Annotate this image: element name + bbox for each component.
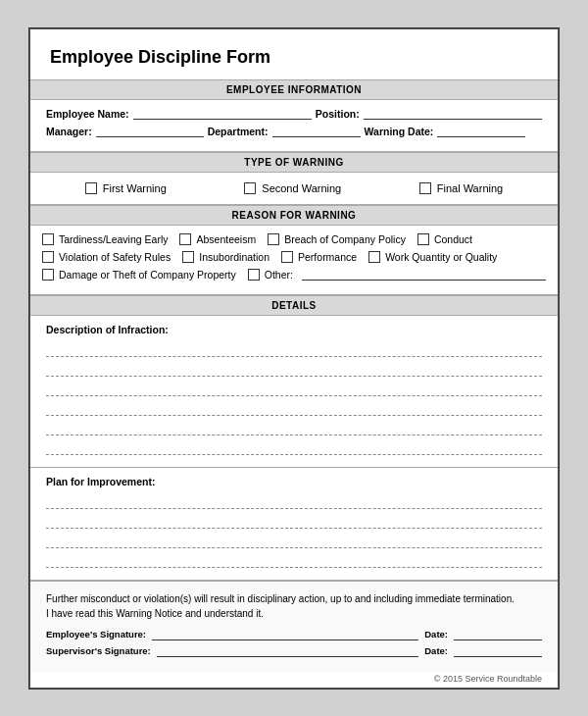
safety-item[interactable]: Violation of Safety Rules (42, 251, 171, 263)
performance-item[interactable]: Performance (281, 251, 357, 263)
employee-info-section: Employee Name: Position: Manager: Depart… (30, 100, 558, 152)
absenteeism-checkbox[interactable] (179, 233, 191, 245)
warning-options-row: First Warning Second Warning Final Warni… (30, 173, 558, 205)
employee-name-row: Employee Name: Position: (46, 108, 542, 120)
footer-text: Further misconduct or violation(s) will … (46, 591, 542, 621)
performance-checkbox[interactable] (281, 251, 293, 263)
description-label: Description of Infraction: (46, 324, 542, 335)
work-quantity-checkbox[interactable] (368, 251, 380, 263)
date-label-2: Date: (424, 645, 448, 656)
position-input[interactable] (364, 108, 542, 120)
second-warning-label: Second Warning (262, 182, 341, 194)
employee-sig-label: Employee's Signature: (46, 629, 146, 639)
reason-row-3: Damage or Theft of Company Property Othe… (42, 269, 546, 281)
employee-info-header: EMPLOYEE INFORMATION (30, 79, 558, 100)
final-warning-label: Final Warning (437, 182, 503, 194)
other-checkbox[interactable] (248, 269, 260, 281)
improvement-label: Plan for Improvement: (46, 476, 542, 487)
employee-sig-input[interactable] (152, 629, 418, 640)
insubordination-checkbox[interactable] (182, 251, 194, 263)
supervisor-sig-input[interactable] (157, 645, 418, 657)
form-page: Employee Discipline Form EMPLOYEE INFORM… (29, 28, 559, 689)
footer-line1: Further misconduct or violation(s) will … (46, 593, 514, 604)
tardiness-item[interactable]: Tardiness/Leaving Early (42, 233, 168, 245)
work-quantity-label: Work Quantity or Quality (385, 251, 497, 263)
breach-checkbox[interactable] (268, 233, 279, 245)
description-line-2[interactable] (46, 361, 542, 377)
other-item[interactable]: Other: (248, 269, 546, 281)
description-line-6[interactable] (46, 439, 542, 455)
breach-label: Breach of Company Policy (284, 233, 406, 245)
absenteeism-item[interactable]: Absenteeism (179, 233, 256, 245)
final-warning-option[interactable]: Final Warning (419, 182, 503, 194)
form-container: Employee Discipline Form EMPLOYEE INFORM… (28, 27, 560, 690)
damage-checkbox[interactable] (42, 269, 54, 281)
damage-item[interactable]: Damage or Theft of Company Property (42, 269, 236, 281)
breach-item[interactable]: Breach of Company Policy (268, 233, 406, 245)
improvement-line-1[interactable] (46, 493, 542, 509)
reason-section: Tardiness/Leaving Early Absenteeism Brea… (30, 226, 558, 295)
improvement-line-3[interactable] (46, 533, 542, 548)
employee-date-input[interactable] (454, 629, 542, 640)
damage-label: Damage or Theft of Company Property (59, 269, 236, 281)
improvement-line-4[interactable] (46, 552, 542, 568)
employee-name-input[interactable] (133, 108, 312, 120)
description-section: Description of Infraction: (30, 316, 558, 468)
description-line-4[interactable] (46, 400, 542, 416)
department-input[interactable] (272, 126, 361, 137)
employee-name-label: Employee Name: (46, 108, 129, 120)
details-header: DETAILS (30, 295, 558, 316)
improvement-line-2[interactable] (46, 513, 542, 529)
position-label: Position: (316, 108, 360, 120)
performance-label: Performance (298, 251, 357, 263)
form-title: Employee Discipline Form (30, 29, 558, 79)
insubordination-label: Insubordination (199, 251, 270, 263)
first-warning-option[interactable]: First Warning (85, 182, 167, 194)
employee-sig-row: Employee's Signature: Date: (46, 629, 542, 640)
supervisor-date-input[interactable] (454, 645, 542, 657)
second-warning-option[interactable]: Second Warning (244, 182, 341, 194)
absenteeism-label: Absenteeism (196, 233, 256, 245)
department-label: Department: (208, 126, 269, 137)
description-line-1[interactable] (46, 341, 542, 357)
improvement-section: Plan for Improvement: (30, 468, 558, 581)
safety-checkbox[interactable] (42, 251, 54, 263)
final-warning-checkbox[interactable] (419, 182, 431, 194)
footer-section: Further misconduct or violation(s) will … (30, 581, 558, 672)
reason-row-2: Violation of Safety Rules Insubordinatio… (42, 251, 546, 263)
manager-input[interactable] (96, 126, 204, 137)
footer-line2: I have read this Warning Notice and unde… (46, 608, 264, 619)
supervisor-sig-label: Supervisor's Signature: (46, 645, 151, 656)
type-of-warning-header: TYPE OF WARNING (30, 152, 558, 173)
insubordination-item[interactable]: Insubordination (182, 251, 270, 263)
description-line-5[interactable] (46, 420, 542, 435)
reason-header: REASON FOR WARNING (30, 205, 558, 226)
copyright: © 2015 Service Roundtable (30, 672, 558, 688)
first-warning-label: First Warning (103, 182, 167, 194)
date-label-1: Date: (424, 629, 448, 639)
first-warning-checkbox[interactable] (85, 182, 97, 194)
conduct-checkbox[interactable] (417, 233, 429, 245)
tardiness-checkbox[interactable] (42, 233, 54, 245)
other-input[interactable] (302, 269, 546, 281)
other-label: Other: (265, 269, 293, 281)
conduct-label: Conduct (434, 233, 472, 245)
second-warning-checkbox[interactable] (244, 182, 256, 194)
description-line-3[interactable] (46, 381, 542, 396)
conduct-item[interactable]: Conduct (417, 233, 472, 245)
warning-date-label: Warning Date: (365, 126, 434, 137)
safety-label: Violation of Safety Rules (59, 251, 171, 263)
supervisor-sig-row: Supervisor's Signature: Date: (46, 645, 542, 657)
warning-date-input[interactable] (437, 126, 525, 137)
manager-label: Manager: (46, 126, 92, 137)
tardiness-label: Tardiness/Leaving Early (59, 233, 168, 245)
manager-row: Manager: Department: Warning Date: (46, 126, 542, 137)
reason-row-1: Tardiness/Leaving Early Absenteeism Brea… (42, 233, 546, 245)
work-quantity-item[interactable]: Work Quantity or Quality (368, 251, 497, 263)
